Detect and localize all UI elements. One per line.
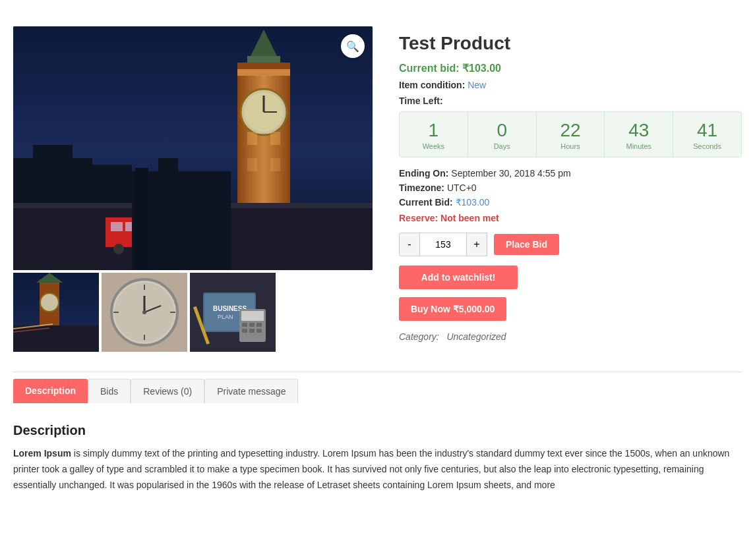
watchlist-button[interactable]: Add to watchlist! bbox=[399, 266, 518, 289]
svg-rect-39 bbox=[13, 325, 99, 352]
countdown-days-number: 0 bbox=[473, 121, 531, 140]
bid-controls: - + Place Bid bbox=[399, 233, 742, 256]
current-bid-row-label: Current Bid: bbox=[399, 197, 453, 208]
countdown-seconds: 41 Seconds bbox=[673, 112, 741, 157]
current-bid-row: Current Bid: ₹103.00 bbox=[399, 197, 742, 208]
countdown-minutes: 43 Minutes bbox=[605, 112, 673, 157]
item-condition-label: Item condition: bbox=[399, 80, 465, 90]
description-section: Description Lorem Ipsum is simply dummy … bbox=[13, 416, 742, 499]
search-icon: 🔍 bbox=[346, 40, 359, 53]
countdown-seconds-label: Seconds bbox=[679, 142, 736, 150]
zoom-icon[interactable]: 🔍 bbox=[341, 34, 365, 58]
svg-rect-60 bbox=[249, 323, 255, 327]
countdown-hours: 22 Hours bbox=[537, 112, 605, 157]
countdown-box: 1 Weeks 0 Days 22 Hours 43 Minutes 41 bbox=[399, 111, 742, 157]
countdown-minutes-number: 43 bbox=[610, 121, 667, 140]
category-label: Category: bbox=[399, 331, 439, 342]
svg-rect-61 bbox=[257, 323, 262, 327]
svg-rect-19 bbox=[247, 132, 257, 145]
svg-text:PLAN: PLAN bbox=[218, 314, 233, 320]
current-bid-top: Current bid: ₹103.00 bbox=[399, 62, 742, 74]
countdown-days: 0 Days bbox=[468, 112, 537, 157]
current-bid-row-value: ₹103.00 bbox=[456, 197, 490, 208]
place-bid-button[interactable]: Place Bid bbox=[494, 234, 559, 255]
svg-rect-21 bbox=[247, 158, 257, 171]
item-condition: Item condition: New bbox=[399, 80, 742, 90]
main-product-image: 🔍 bbox=[13, 26, 373, 270]
countdown-weeks-label: Weeks bbox=[405, 142, 462, 150]
description-body: is simply dummy text of the printing and… bbox=[13, 448, 729, 490]
bid-minus-button[interactable]: - bbox=[399, 233, 420, 256]
svg-rect-33 bbox=[158, 158, 178, 270]
product-images: 🔍 bbox=[13, 26, 373, 352]
svg-rect-58 bbox=[241, 311, 264, 321]
countdown-weeks: 1 Weeks bbox=[400, 112, 468, 157]
svg-rect-62 bbox=[242, 329, 247, 333]
tab-description[interactable]: Description bbox=[13, 379, 88, 403]
countdown-minutes-label: Minutes bbox=[610, 142, 667, 150]
item-condition-value: New bbox=[468, 80, 486, 90]
category-value: Uncategorized bbox=[446, 331, 506, 342]
svg-rect-64 bbox=[257, 329, 262, 333]
time-left-label: Time Left: bbox=[399, 96, 742, 106]
svg-rect-59 bbox=[242, 323, 247, 327]
svg-point-51 bbox=[142, 310, 146, 314]
ending-on-label: Ending On: bbox=[399, 168, 448, 179]
countdown-hours-number: 22 bbox=[542, 121, 599, 140]
ending-on-value: September 30, 2018 4:55 pm bbox=[451, 168, 570, 179]
description-text: Lorem Ipsum is simply dummy text of the … bbox=[13, 446, 742, 493]
thumbnail-3[interactable]: BUSINESS PLAN bbox=[190, 273, 276, 352]
ending-on: Ending On: September 30, 2018 4:55 pm bbox=[399, 168, 742, 179]
timezone-label: Timezone: bbox=[399, 182, 444, 193]
timezone-value: UTC+0 bbox=[447, 182, 477, 193]
page-wrapper: 🔍 bbox=[0, 0, 755, 513]
tabs-nav: Description Bids Reviews (0) Private mes… bbox=[13, 379, 742, 403]
svg-rect-34 bbox=[135, 168, 148, 270]
tabs-section: Description Bids Reviews (0) Private mes… bbox=[13, 372, 742, 499]
product-info: Test Product Current bid: ₹103.00 Item c… bbox=[399, 26, 742, 352]
svg-rect-63 bbox=[249, 329, 255, 333]
product-title: Test Product bbox=[399, 33, 742, 54]
svg-rect-20 bbox=[270, 132, 280, 145]
tab-reviews[interactable]: Reviews (0) bbox=[131, 379, 204, 403]
product-section: 🔍 bbox=[13, 13, 742, 372]
description-lorem: Lorem Ipsum bbox=[13, 448, 71, 459]
bid-plus-button[interactable]: + bbox=[466, 233, 487, 256]
countdown-weeks-number: 1 bbox=[405, 121, 462, 140]
countdown-days-label: Days bbox=[473, 142, 531, 150]
bid-input[interactable] bbox=[420, 233, 466, 256]
tab-private-message[interactable]: Private message bbox=[204, 379, 298, 403]
svg-rect-27 bbox=[111, 222, 123, 231]
category-row: Category: Uncategorized bbox=[399, 331, 742, 342]
tab-bids[interactable]: Bids bbox=[88, 379, 131, 403]
svg-point-38 bbox=[40, 293, 59, 312]
countdown-hours-label: Hours bbox=[542, 142, 599, 150]
timezone: Timezone: UTC+0 bbox=[399, 182, 742, 193]
countdown-seconds-number: 41 bbox=[679, 121, 736, 140]
reserve-notice: Reserve: Not been met bbox=[399, 213, 742, 223]
svg-point-30 bbox=[113, 244, 124, 254]
thumbnail-row: BUSINESS PLAN bbox=[13, 273, 373, 352]
svg-rect-22 bbox=[270, 158, 280, 171]
thumbnail-2[interactable] bbox=[102, 273, 187, 352]
buy-now-button[interactable]: Buy Now ₹5,000.00 bbox=[399, 297, 506, 321]
thumbnail-1[interactable] bbox=[13, 273, 99, 352]
svg-rect-18 bbox=[237, 63, 290, 69]
description-heading: Description bbox=[13, 423, 742, 438]
